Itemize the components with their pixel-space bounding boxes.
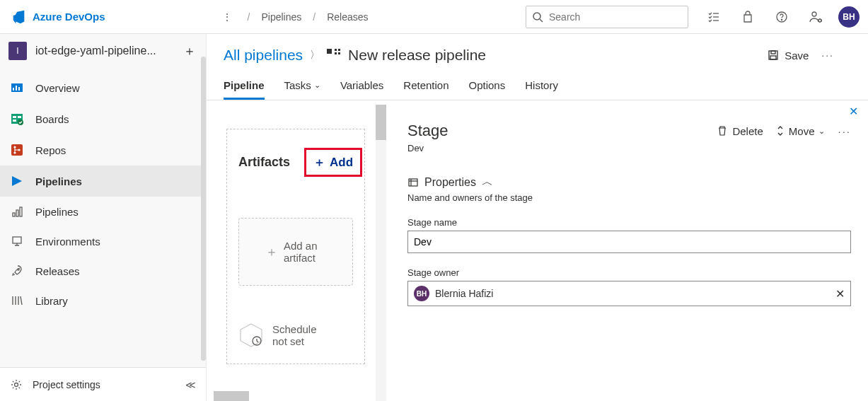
svg-rect-11	[16, 86, 17, 91]
user-avatar[interactable]: BH	[838, 6, 860, 28]
sidebar-item-label: Boards	[35, 113, 69, 125]
help-icon[interactable]	[770, 6, 793, 28]
task-list-icon[interactable]	[702, 6, 725, 28]
sidebar-item-boards[interactable]: Boards	[0, 103, 206, 134]
svg-point-26	[18, 269, 19, 270]
user-settings-icon[interactable]	[804, 6, 827, 28]
azure-devops-icon	[11, 9, 27, 25]
svg-point-0	[533, 13, 540, 20]
breadcrumb-top: ⋮ / Pipelines / Releases	[222, 8, 373, 25]
move-icon	[776, 125, 785, 136]
move-button[interactable]: Move ⌄	[776, 125, 826, 137]
releases-icon	[8, 262, 25, 279]
svg-rect-16	[13, 120, 16, 122]
boards-icon	[8, 110, 25, 127]
add-project-button[interactable]: ＋	[183, 42, 196, 59]
sidebar-subitem-pipelines[interactable]: Pipelines	[0, 197, 206, 226]
more-actions-icon[interactable]: ···	[821, 50, 834, 61]
breadcrumb-separator: /	[248, 11, 250, 23]
svg-rect-34	[338, 49, 340, 51]
shopping-bag-icon[interactable]	[736, 6, 759, 28]
project-name: iot-edge-yaml-pipeline...	[35, 45, 175, 57]
scrollbar-horizontal[interactable]	[214, 391, 249, 401]
sidebar-subitem-releases[interactable]: Releases	[0, 256, 206, 286]
svg-rect-33	[335, 49, 337, 51]
svg-point-8	[818, 19, 821, 22]
project-badge: I	[8, 42, 27, 60]
scrollbar[interactable]	[201, 57, 206, 361]
artifact-placeholder[interactable]: ＋ Add an artifact	[238, 218, 353, 286]
owner-name: Blernia Hafizi	[435, 288, 493, 299]
schedule-label: Schedule not set	[272, 323, 322, 347]
sidebar-subitem-library[interactable]: Library	[0, 286, 206, 315]
trash-icon	[717, 125, 728, 136]
more-actions-icon[interactable]: ···	[838, 125, 851, 137]
overview-icon	[8, 79, 25, 96]
tab-tasks[interactable]: Tasks⌄	[284, 72, 320, 100]
stage-name-label: Stage name	[407, 217, 851, 228]
tab-pipeline[interactable]: Pipeline	[224, 72, 265, 100]
nav-sublist: Pipelines Environments Releases Library	[0, 197, 206, 315]
project-settings-label: Project settings	[33, 379, 100, 390]
delete-button[interactable]: Delete	[717, 125, 763, 137]
properties-header[interactable]: Properties ︿	[407, 175, 851, 190]
collapse-icon[interactable]: ≪	[185, 379, 196, 390]
sidebar: I iot-edge-yaml-pipeline... ＋ Overview B…	[0, 34, 207, 401]
scrollbar-vertical[interactable]	[376, 105, 386, 401]
save-button[interactable]: Save	[768, 50, 809, 62]
tab-variables[interactable]: Variables	[340, 72, 383, 100]
sidebar-item-label: Releases	[35, 265, 80, 277]
svg-point-31	[15, 383, 18, 386]
svg-rect-36	[338, 52, 340, 54]
sidebar-subitem-environments[interactable]: Environments	[0, 226, 206, 256]
artifacts-header: Artifacts ＋ Add	[238, 148, 353, 177]
sidebar-item-repos[interactable]: Repos	[0, 134, 206, 165]
sidebar-item-pipelines[interactable]: Pipelines	[0, 165, 206, 197]
search-input[interactable]	[549, 11, 682, 23]
svg-rect-38	[771, 51, 775, 54]
stage-header: Stage Delete Move ⌄ ···	[407, 122, 851, 140]
clear-owner-button[interactable]: ✕	[835, 287, 845, 301]
search-box[interactable]	[526, 6, 688, 28]
svg-point-7	[812, 12, 816, 16]
chevron-right-icon: 〉	[310, 49, 320, 62]
main: All pipelines 〉 New release pipeline Sav…	[207, 34, 868, 401]
breadcrumb-separator: /	[313, 11, 316, 23]
content: Artifacts ＋ Add ＋ Add an artifact	[207, 100, 868, 401]
add-label: Add	[330, 156, 353, 170]
save-icon	[768, 50, 779, 61]
library-icon	[8, 292, 25, 309]
tab-options[interactable]: Options	[469, 72, 506, 100]
project-settings[interactable]: Project settings ≪	[0, 367, 206, 401]
stage-subtitle: Dev	[407, 143, 851, 153]
breadcrumb-releases[interactable]: Releases	[323, 8, 372, 25]
more-icon[interactable]: ⋮	[222, 11, 232, 23]
save-label: Save	[785, 50, 809, 62]
svg-rect-14	[13, 116, 16, 118]
gear-icon	[10, 378, 23, 391]
breadcrumb-pipelines[interactable]: Pipelines	[257, 8, 306, 25]
environments-icon	[8, 233, 25, 250]
repos-icon	[8, 141, 25, 158]
scrollbar-thumb[interactable]	[376, 105, 386, 140]
project-row[interactable]: I iot-edge-yaml-pipeline... ＋	[0, 34, 206, 68]
pipeline-type-icon	[327, 49, 341, 62]
chevron-up-icon: ︿	[482, 175, 493, 190]
breadcrumb-root[interactable]: All pipelines	[224, 47, 303, 64]
tab-history[interactable]: History	[525, 72, 558, 100]
brand[interactable]: Azure DevOps	[11, 9, 105, 25]
svg-point-20	[13, 151, 16, 153]
placeholder-label: Add an artifact	[284, 240, 326, 264]
properties-icon	[407, 177, 419, 188]
stage-owner-input[interactable]: BH Blernia Hafizi ✕	[407, 281, 851, 306]
sidebar-item-overview[interactable]: Overview	[0, 72, 206, 103]
tab-retention[interactable]: Retention	[403, 72, 449, 100]
sidebar-item-label: Library	[35, 295, 68, 307]
stage-name-input[interactable]	[407, 231, 851, 253]
add-artifact-button[interactable]: ＋ Add	[304, 148, 362, 177]
topbar: Azure DevOps ⋮ / Pipelines / Releases BH	[0, 0, 868, 34]
close-icon[interactable]: ✕	[849, 105, 858, 118]
schedule-row[interactable]: Schedule not set	[238, 322, 353, 348]
search-icon	[532, 11, 543, 23]
svg-rect-32	[327, 49, 332, 54]
